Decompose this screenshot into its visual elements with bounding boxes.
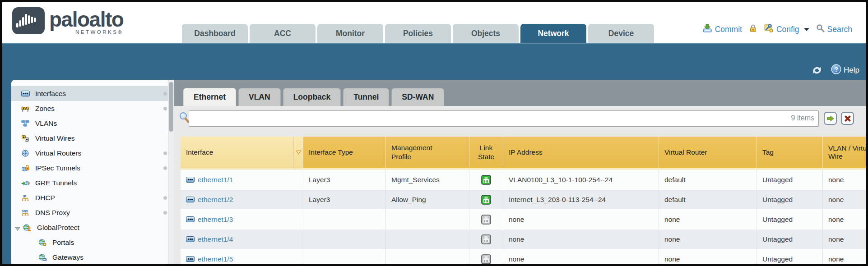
cell-link-state xyxy=(469,229,503,249)
commit-button[interactable]: Commit xyxy=(702,23,742,35)
config-icon xyxy=(764,24,774,35)
subtab-vlan[interactable]: VLAN xyxy=(238,88,281,106)
apply-filter-button[interactable] xyxy=(824,112,837,125)
table-row[interactable]: ethernet1/2Layer3Allow_PingInternet_L3_2… xyxy=(181,190,866,210)
search-button[interactable]: Search xyxy=(816,24,852,35)
svg-text:DNS: DNS xyxy=(22,209,28,212)
subtab-loopback[interactable]: Loopback xyxy=(283,88,341,106)
column-header-interface-type[interactable]: Interface Type xyxy=(303,137,386,168)
subtab-sd-wan[interactable]: SD-WAN xyxy=(391,88,444,106)
sidebar-item-dhcp[interactable]: IPDHCP xyxy=(11,190,168,205)
sidebar-item-virtual-routers[interactable]: Virtual Routers xyxy=(11,146,168,161)
commit-label: Commit xyxy=(715,25,742,34)
column-header-virtual-router[interactable]: Virtual Router xyxy=(659,137,757,168)
ethernet-port-icon xyxy=(186,197,195,202)
cell-ip-address: VLAN0100_L3_10-1-100-254--24 xyxy=(503,170,659,189)
interface-link[interactable]: ethernet1/3 xyxy=(198,216,233,224)
sidebar-item-label: Gateways xyxy=(52,253,84,261)
cell-management-profile: Mgmt_Services xyxy=(386,170,469,189)
logo-networks-label: NETWORKS® xyxy=(49,29,123,35)
sidebar-item-zones[interactable]: Zones xyxy=(11,101,168,116)
interface-link[interactable]: ethernet1/5 xyxy=(198,255,233,263)
config-menu-button[interactable]: Config xyxy=(764,24,809,35)
cell-vlan-virtual-wire: none xyxy=(823,229,866,249)
search-icon xyxy=(816,24,825,35)
interface-link[interactable]: ethernet1/2 xyxy=(198,196,233,204)
sidebar-item-label: GRE Tunnels xyxy=(35,179,77,187)
cell-ip-address: Internet_L3_203-0-113-254--24 xyxy=(503,190,659,209)
sidebar-item-globalprotect[interactable]: GlobalProtect xyxy=(11,220,168,235)
column-header-management-profile[interactable]: Management Profile xyxy=(386,137,469,168)
dhcp-icon: IP xyxy=(21,194,31,202)
svg-text:?: ? xyxy=(834,66,838,73)
link-state-down-icon xyxy=(481,215,491,225)
sidebar-item-portals[interactable]: Portals xyxy=(11,235,168,250)
help-icon: ? xyxy=(831,64,841,77)
main-tab-policies[interactable]: Policies xyxy=(385,24,451,43)
cell-vlan-virtual-wire: none xyxy=(823,170,866,189)
main-tab-dashboard[interactable]: Dashboard xyxy=(182,24,248,43)
status-dot xyxy=(163,196,167,200)
cell-link-state xyxy=(469,249,503,264)
subtab-tunnel[interactable]: Tunnel xyxy=(343,88,389,106)
cell-tag: Untagged xyxy=(757,190,823,209)
main-tab-acc[interactable]: ACC xyxy=(250,24,316,43)
interface-link[interactable]: ethernet1/4 xyxy=(198,235,233,243)
sidebar-item-vlans[interactable]: VLANs xyxy=(11,116,168,131)
column-header-vlan-virtual-wire[interactable]: VLAN / Virtual Wire xyxy=(823,137,866,168)
virtual-wires-icon xyxy=(21,134,31,142)
scrollbar-thumb[interactable] xyxy=(169,82,173,132)
cell-vlan-virtual-wire: none xyxy=(823,249,866,264)
status-dot xyxy=(163,92,167,96)
sidebar: InterfacesZonesVLANsVirtual WiresVirtual… xyxy=(11,80,174,264)
cell-interface: ethernet1/2 xyxy=(181,190,303,209)
sort-dropdown-icon[interactable] xyxy=(293,137,303,168)
table-row[interactable]: ethernet1/1Layer3Mgmt_ServicesVLAN0100_L… xyxy=(181,170,866,190)
link-state-up-icon xyxy=(481,175,491,185)
header-utilities: Commit Config Search xyxy=(702,20,852,38)
main-tab-monitor[interactable]: Monitor xyxy=(317,24,383,43)
refresh-icon[interactable] xyxy=(811,65,823,75)
sidebar-item-label: Virtual Wires xyxy=(35,134,75,142)
main-tab-objects[interactable]: Objects xyxy=(453,24,519,43)
cell-vlan-virtual-wire: none xyxy=(823,210,866,229)
column-header-link-state[interactable]: Link State xyxy=(469,137,503,168)
chevron-down-icon xyxy=(804,28,809,31)
cell-tag: Untagged xyxy=(757,249,823,264)
sidebar-item-interfaces[interactable]: Interfaces xyxy=(11,86,168,101)
sidebar-item-ipsec-tunnels[interactable]: IPSec Tunnels xyxy=(11,161,168,175)
column-header-ip-address[interactable]: IP Address xyxy=(503,137,659,168)
main-tab-network[interactable]: Network xyxy=(520,24,586,43)
help-button[interactable]: ? Help xyxy=(831,64,859,77)
table-row[interactable]: ethernet1/3nonenoneUntaggednone xyxy=(181,210,866,229)
status-dot xyxy=(163,166,167,170)
zones-icon xyxy=(21,105,31,113)
table-row[interactable]: ethernet1/4nonenoneUntaggednone xyxy=(181,229,866,249)
sidebar-item-gre-tunnels[interactable]: GRE Tunnels xyxy=(11,175,168,190)
paloalto-logo: paloalto NETWORKS® xyxy=(12,7,123,35)
sidebar-item-dns-proxy[interactable]: DNSDNS Proxy xyxy=(11,205,168,220)
column-header-interface[interactable]: Interface xyxy=(181,137,293,168)
filter-input[interactable] xyxy=(189,110,819,127)
clear-filter-button[interactable] xyxy=(841,112,854,125)
table-row[interactable]: ethernet1/5nonenoneUntaggednone xyxy=(181,249,866,264)
column-header-tag[interactable]: Tag xyxy=(757,137,823,168)
sidebar-item-virtual-wires[interactable]: Virtual Wires xyxy=(11,131,168,146)
filter-search-icon xyxy=(179,112,190,125)
lock-icon[interactable] xyxy=(749,24,757,35)
interface-link[interactable]: ethernet1/1 xyxy=(198,176,233,184)
expander-icon[interactable] xyxy=(15,225,20,229)
config-label: Config xyxy=(776,25,799,34)
cell-management-profile xyxy=(386,229,469,249)
sidebar-item-label: GlobalProtect xyxy=(37,224,79,232)
status-dot xyxy=(163,107,167,110)
sidebar-item-gateways[interactable]: Gateways xyxy=(11,250,168,264)
cell-virtual-router: none xyxy=(659,249,757,264)
main-tabs: DashboardACCMonitorPoliciesObjectsNetwor… xyxy=(182,24,654,43)
main-tab-device[interactable]: Device xyxy=(588,24,654,43)
subtab-ethernet[interactable]: Ethernet xyxy=(183,88,236,106)
sidebar-item-label: Portals xyxy=(52,238,74,247)
ethernet-port-icon xyxy=(186,177,195,183)
cell-interface-type: Layer3 xyxy=(303,170,386,189)
cell-management-profile: Allow_Ping xyxy=(386,190,469,209)
